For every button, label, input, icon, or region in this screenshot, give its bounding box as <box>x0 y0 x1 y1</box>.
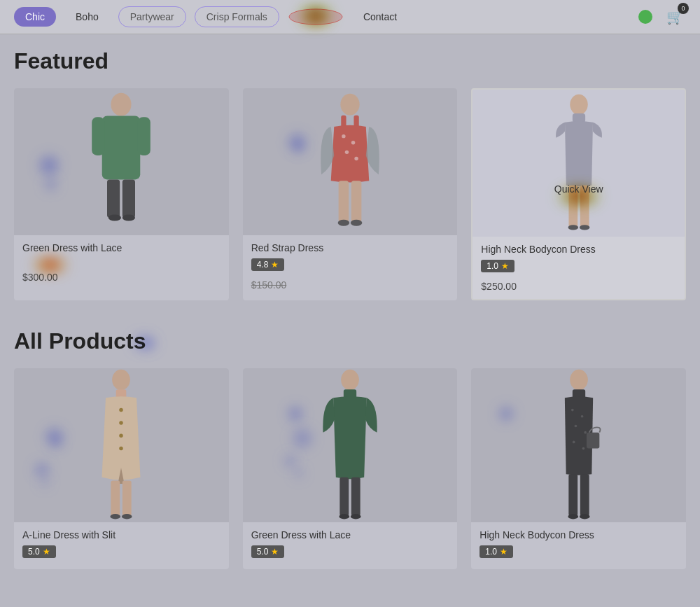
svg-rect-51 <box>568 474 578 516</box>
svg-point-9 <box>340 94 359 116</box>
product-price-3: $250.00 <box>481 281 676 292</box>
featured-product-3[interactable]: Quick View High Neck Bodycon Dress 1.0 ★… <box>471 88 686 300</box>
svg-point-53 <box>568 514 578 519</box>
svg-point-15 <box>354 157 358 160</box>
all-rating-badge-2: 5.0 ★ <box>251 545 285 558</box>
svg-point-46 <box>574 425 577 428</box>
product-price-1: $300.00 <box>22 272 220 283</box>
svg-rect-38 <box>340 477 349 516</box>
svg-point-36 <box>341 370 359 390</box>
svg-point-26 <box>112 370 130 390</box>
all-product-name-2: Green Dress with Lace <box>251 529 449 540</box>
nav-item-boho[interactable]: Boho <box>64 7 110 27</box>
svg-rect-5 <box>107 179 120 218</box>
all-product-name-3: High Neck Bodycon Dress <box>479 529 678 540</box>
all-product-name-1: A-Line Dress with Slit <box>22 529 220 540</box>
product-image-2 <box>243 88 458 235</box>
all-product-info-1: A-Line Dress with Slit 5.0 ★ <box>14 522 229 569</box>
svg-point-47 <box>584 431 587 434</box>
svg-point-1 <box>111 93 132 116</box>
search-button[interactable] <box>634 6 657 28</box>
svg-point-24 <box>568 225 578 230</box>
svg-rect-39 <box>351 477 360 516</box>
svg-point-13 <box>351 141 355 144</box>
product-image-1 <box>14 88 229 235</box>
rating-badge-2: 4.8 ★ <box>251 258 285 271</box>
star-icon-2: ★ <box>271 260 279 270</box>
svg-point-40 <box>339 514 349 519</box>
all-product-image-2 <box>243 368 458 522</box>
star-icon-3: ★ <box>501 261 509 271</box>
svg-point-25 <box>580 225 590 230</box>
svg-rect-17 <box>351 181 362 222</box>
all-product-image-3 <box>471 368 686 522</box>
svg-point-0 <box>289 9 342 25</box>
svg-rect-3 <box>92 117 105 155</box>
svg-rect-6 <box>122 179 135 218</box>
svg-point-42 <box>570 370 588 390</box>
quick-view-label[interactable]: Quick View <box>554 183 603 195</box>
svg-point-29 <box>120 421 124 425</box>
product-name-2: Red Strap Dress <box>251 242 449 253</box>
product-image-3: Quick View <box>472 90 685 237</box>
svg-point-28 <box>120 408 124 412</box>
nav-item-contact[interactable]: Contact <box>352 7 408 27</box>
svg-rect-32 <box>111 480 120 515</box>
main-content: Featured Green <box>0 34 700 607</box>
nav-item-chic[interactable]: Chic <box>14 7 56 27</box>
svg-point-20 <box>570 95 587 115</box>
svg-rect-16 <box>339 181 349 222</box>
svg-point-31 <box>120 447 124 451</box>
cart-button[interactable]: 🛒 0 <box>664 6 686 28</box>
featured-product-2[interactable]: Red Strap Dress 4.8 ★ $150.00 <box>243 88 458 300</box>
all-rating-value-3: 1.0 <box>485 547 497 557</box>
svg-point-12 <box>342 134 345 138</box>
all-product-1[interactable]: A-Line Dress with Slit 5.0 ★ <box>14 368 229 569</box>
svg-point-19 <box>351 220 362 226</box>
svg-point-45 <box>580 415 583 418</box>
svg-rect-33 <box>122 480 132 515</box>
all-rating-value-2: 5.0 <box>257 547 269 557</box>
nav-item-partywear[interactable]: Partywear <box>118 6 186 27</box>
all-product-info-3: High Neck Bodycon Dress 1.0 ★ <box>471 522 686 569</box>
product-info-3: High Neck Bodycon Dress 1.0 ★ $250.00 <box>472 237 685 299</box>
product-info-1: Green Dress with Lace $300.00 <box>14 235 229 290</box>
rating-value-3: 1.0 <box>486 261 498 271</box>
svg-point-14 <box>345 151 349 154</box>
all-product-3[interactable]: High Neck Bodycon Dress 1.0 ★ <box>471 368 686 569</box>
all-product-image-1 <box>14 368 229 522</box>
rating-value-2: 4.8 <box>257 260 269 270</box>
svg-rect-52 <box>580 474 589 516</box>
svg-point-34 <box>111 514 121 519</box>
product-name-1: Green Dress with Lace <box>22 242 220 253</box>
all-rating-badge-3: 1.0 ★ <box>479 545 513 558</box>
svg-rect-2 <box>102 116 141 180</box>
svg-point-54 <box>580 514 590 519</box>
all-star-icon-3: ★ <box>500 547 507 557</box>
all-product-2[interactable]: Green Dress with Lace 5.0 ★ <box>243 368 458 569</box>
product-info-2: Red Strap Dress 4.8 ★ $150.00 <box>243 235 458 298</box>
all-rating-value-1: 5.0 <box>28 547 40 557</box>
all-star-icon-1: ★ <box>43 547 50 557</box>
all-rating-badge-1: 5.0 ★ <box>22 545 56 558</box>
featured-grid: Green Dress with Lace $300.00 <box>14 88 686 300</box>
svg-point-18 <box>338 220 349 226</box>
svg-point-7 <box>108 214 121 221</box>
svg-point-44 <box>571 409 574 412</box>
svg-point-49 <box>582 447 584 450</box>
nav-item-crispformals[interactable]: Crisp Formals <box>195 6 279 27</box>
all-products-title: All Products <box>14 328 686 354</box>
product-name-3: High Neck Bodycon Dress <box>481 244 676 255</box>
svg-point-35 <box>122 514 132 519</box>
featured-product-1[interactable]: Green Dress with Lace $300.00 <box>14 88 229 300</box>
featured-title: Featured <box>14 48 686 74</box>
all-products-grid: A-Line Dress with Slit 5.0 ★ <box>14 368 686 569</box>
svg-point-48 <box>572 441 575 444</box>
svg-rect-4 <box>138 117 150 155</box>
svg-point-8 <box>122 214 135 221</box>
product-price-2: $150.00 <box>251 279 449 291</box>
search-icon <box>638 10 652 24</box>
nav-icons: 🛒 0 <box>634 6 686 28</box>
nav-logo[interactable] <box>288 7 344 27</box>
rating-badge-3: 1.0 ★ <box>481 260 514 272</box>
